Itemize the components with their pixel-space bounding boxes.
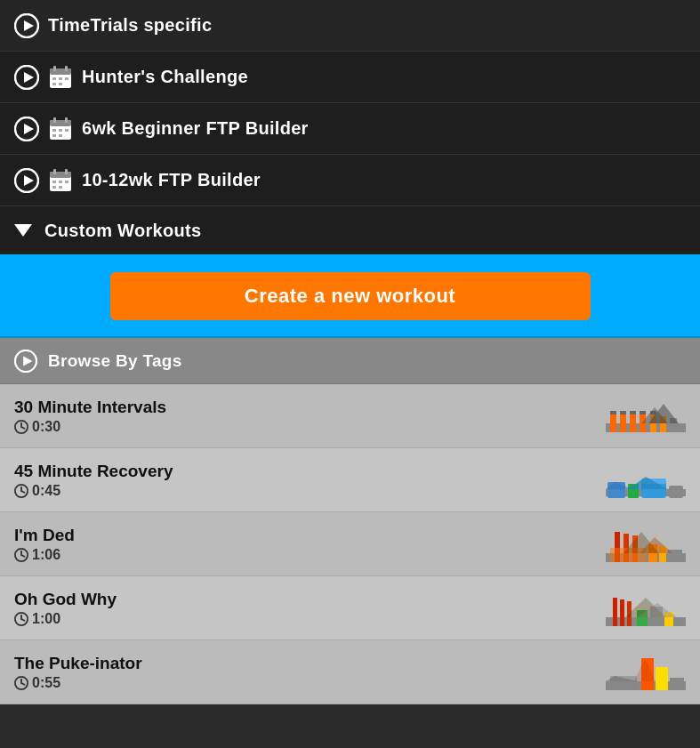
menu-item-hunters[interactable]: Hunter's Challenge [0, 52, 700, 103]
workout-duration-imded: 1:06 [14, 547, 606, 563]
calendar-icon-10-12wk [48, 168, 73, 193]
svg-rect-45 [630, 413, 636, 432]
workout-name-puke: The Puke-inator [14, 654, 606, 673]
svg-marker-25 [24, 175, 34, 186]
workout-info-puke: The Puke-inator 0:55 [14, 654, 606, 691]
calendar-icon-hunters [48, 65, 73, 90]
svg-rect-8 [52, 77, 56, 80]
menu-label-10-12wk: 10-12wk FTP Builder [82, 170, 261, 190]
svg-rect-22 [52, 134, 56, 137]
svg-rect-84 [620, 599, 624, 626]
svg-marker-36 [23, 356, 32, 366]
svg-rect-18 [65, 117, 68, 123]
workout-name-45min: 45 Minute Recovery [14, 462, 606, 481]
workout-item-45min[interactable]: 45 Minute Recovery 0:45 [0, 448, 700, 512]
play-icon-6wk [14, 117, 39, 141]
calendar-icon-6wk [48, 117, 73, 141]
svg-rect-17 [53, 117, 56, 123]
svg-rect-83 [613, 598, 617, 626]
workout-info-45min: 45 Minute Recovery 0:45 [14, 462, 606, 499]
create-workout-panel: Create a new workout [0, 256, 700, 338]
menu-label-timetrials: TimeTrials specific [48, 15, 212, 36]
svg-rect-44 [620, 411, 626, 414]
svg-rect-48 [640, 411, 646, 414]
menu-item-timetrials[interactable]: TimeTrials specific [0, 0, 700, 52]
svg-rect-46 [630, 411, 636, 414]
play-icon-browse [14, 350, 37, 373]
create-workout-button[interactable]: Create a new workout [110, 272, 591, 320]
clock-icon-puke [14, 676, 28, 690]
svg-rect-9 [59, 77, 62, 80]
workout-name-30min: 30 Minute Intervals [14, 398, 606, 417]
workout-info-ohgodwhy: Oh God Why 1:00 [14, 590, 606, 627]
svg-rect-41 [610, 413, 616, 432]
svg-rect-21 [65, 129, 68, 132]
workout-chart-30min [606, 397, 686, 436]
workout-chart-45min [606, 461, 686, 500]
svg-rect-19 [52, 129, 56, 132]
menu-label-6wk: 6wk Beginner FTP Builder [82, 118, 309, 139]
svg-line-81 [21, 619, 25, 621]
svg-rect-32 [65, 181, 68, 183]
svg-rect-96 [656, 667, 668, 690]
svg-line-57 [21, 491, 25, 493]
workout-chart-ohgodwhy [606, 589, 686, 628]
svg-rect-12 [59, 83, 62, 85]
workout-info-30min: 30 Minute Intervals 0:30 [14, 398, 606, 435]
svg-line-68 [21, 555, 25, 557]
svg-rect-98 [670, 678, 684, 690]
svg-rect-29 [65, 169, 68, 174]
workout-chart-imded [606, 525, 686, 564]
svg-rect-23 [59, 134, 62, 137]
workout-duration-45min: 0:45 [14, 483, 606, 499]
workout-item-30min[interactable]: 30 Minute Intervals 0:30 [0, 384, 700, 448]
svg-rect-7 [65, 66, 68, 71]
custom-workouts-label: Custom Workouts [44, 221, 201, 241]
svg-rect-16 [50, 120, 71, 126]
expand-down-icon [14, 224, 32, 237]
play-icon-hunters [14, 65, 39, 90]
play-icon-10-12wk [14, 168, 39, 193]
workout-info-imded: I'm Ded 1:06 [14, 526, 606, 563]
svg-rect-6 [53, 66, 56, 71]
workout-name-ohgodwhy: Oh God Why [14, 590, 606, 609]
clock-icon-45min [14, 484, 28, 498]
svg-rect-43 [620, 413, 626, 432]
clock-icon-imded [14, 548, 28, 562]
workout-chart-puke [606, 653, 686, 692]
menu-item-10-12wk[interactable]: 10-12wk FTP Builder [0, 155, 700, 206]
svg-rect-63 [669, 486, 683, 498]
menu-item-6wk[interactable]: 6wk Beginner FTP Builder [0, 103, 700, 155]
svg-line-39 [21, 427, 25, 429]
play-icon [14, 13, 39, 38]
workout-duration-puke: 0:55 [14, 675, 606, 691]
svg-marker-3 [24, 72, 34, 83]
clock-icon-ohgodwhy [14, 612, 28, 626]
svg-rect-31 [59, 181, 62, 183]
clock-icon-30min [14, 420, 28, 434]
svg-rect-5 [50, 68, 71, 75]
workout-item-ohgodwhy[interactable]: Oh God Why 1:00 [0, 576, 700, 640]
workout-name-imded: I'm Ded [14, 526, 606, 545]
svg-marker-14 [24, 124, 34, 134]
svg-rect-20 [59, 129, 62, 132]
workout-duration-30min: 0:30 [14, 419, 606, 435]
svg-rect-28 [53, 169, 56, 174]
svg-marker-1 [24, 20, 34, 31]
workout-duration-ohgodwhy: 1:00 [14, 611, 606, 627]
custom-workouts-header[interactable]: Custom Workouts [0, 206, 700, 256]
svg-rect-33 [52, 186, 56, 189]
svg-rect-27 [50, 172, 71, 178]
browse-tags-label: Browse By Tags [48, 351, 182, 371]
menu-label-hunters: Hunter's Challenge [82, 67, 248, 87]
browse-tags-header[interactable]: Browse By Tags [0, 338, 700, 384]
workout-item-imded[interactable]: I'm Ded 1:06 [0, 512, 700, 576]
svg-line-93 [21, 683, 25, 685]
workout-item-puke[interactable]: The Puke-inator 0:55 [0, 640, 700, 704]
svg-rect-30 [52, 181, 56, 183]
svg-rect-34 [59, 186, 62, 189]
svg-rect-11 [52, 83, 56, 85]
svg-rect-42 [610, 411, 616, 414]
svg-rect-10 [65, 77, 68, 80]
